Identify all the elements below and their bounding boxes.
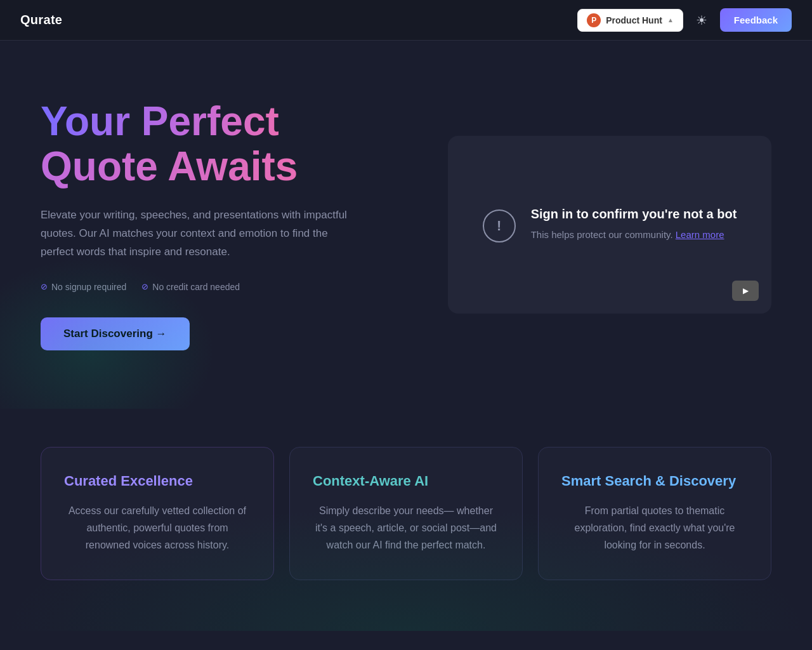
badge-signup-label: No signup required — [51, 282, 126, 292]
checkmark-icon-1: ⊘ — [41, 282, 48, 291]
navbar-right: P Product Hunt ▲ ☀ Feedback — [577, 8, 792, 32]
feedback-button[interactable]: Feedback — [720, 8, 792, 32]
hero-title-line1: Your Perfect — [41, 98, 279, 144]
product-hunt-icon: P — [587, 13, 601, 27]
recaptcha-text: Sign in to confirm you're not a bot This… — [531, 207, 737, 242]
hero-left: Your Perfect Quote Awaits Elevate your w… — [41, 99, 358, 350]
recaptcha-alert-icon: ! — [483, 209, 516, 242]
hero-badges: ⊘ No signup required ⊘ No credit card ne… — [41, 282, 358, 292]
recaptcha-learn-more-link[interactable]: Learn more — [676, 229, 724, 240]
recaptcha-card: ! Sign in to confirm you're not a bot Th… — [448, 136, 771, 314]
feature-title-smart: Smart Search & Discovery — [561, 473, 748, 489]
hero-badge-signup: ⊘ No signup required — [41, 282, 126, 292]
feature-title-curated: Curated Excellence — [64, 473, 251, 489]
feature-card-smart: Smart Search & Discovery From partial qu… — [538, 447, 771, 580]
hero-section: Your Perfect Quote Awaits Elevate your w… — [0, 41, 812, 409]
feature-card-context: Context-Aware AI Simply describe your ne… — [289, 447, 523, 580]
feature-description-curated: Access our carefully vetted collection o… — [64, 502, 251, 554]
feature-description-context: Simply describe your needs— whether it's… — [313, 502, 499, 554]
hero-title: Your Perfect Quote Awaits — [41, 99, 358, 189]
product-hunt-label: Product Hunt — [606, 15, 662, 25]
hero-title-line2: Quote Awaits — [41, 143, 298, 189]
recaptcha-heading: Sign in to confirm you're not a bot — [531, 207, 737, 222]
hero-description: Elevate your writing, speeches, and pres… — [41, 206, 358, 262]
youtube-play-button[interactable] — [732, 281, 759, 301]
hero-right: ! Sign in to confirm you're not a bot Th… — [358, 136, 771, 314]
features-section: Curated Excellence Access our carefully … — [0, 409, 812, 631]
product-hunt-button[interactable]: P Product Hunt ▲ — [577, 9, 683, 32]
feature-description-smart: From partial quotes to thematic explorat… — [561, 502, 748, 554]
exclamation-icon: ! — [497, 218, 501, 234]
checkmark-icon-2: ⊘ — [141, 282, 148, 291]
start-discovering-button[interactable]: Start Discovering → — [41, 317, 190, 350]
hero-badge-card: ⊘ No credit card needed — [141, 282, 240, 292]
navbar: Qurate P Product Hunt ▲ ☀ Feedback — [0, 0, 812, 41]
theme-toggle-button[interactable]: ☀ — [693, 10, 710, 30]
sun-icon: ☀ — [696, 13, 707, 27]
feature-card-curated: Curated Excellence Access our carefully … — [41, 447, 274, 580]
badge-card-label: No credit card needed — [152, 282, 240, 292]
recaptcha-subtext: This helps protect our community. Learn … — [531, 228, 737, 242]
feature-title-context: Context-Aware AI — [313, 473, 499, 489]
site-logo: Qurate — [20, 13, 62, 27]
recaptcha-content: ! Sign in to confirm you're not a bot Th… — [483, 207, 737, 242]
product-hunt-chevron-icon: ▲ — [667, 17, 674, 23]
